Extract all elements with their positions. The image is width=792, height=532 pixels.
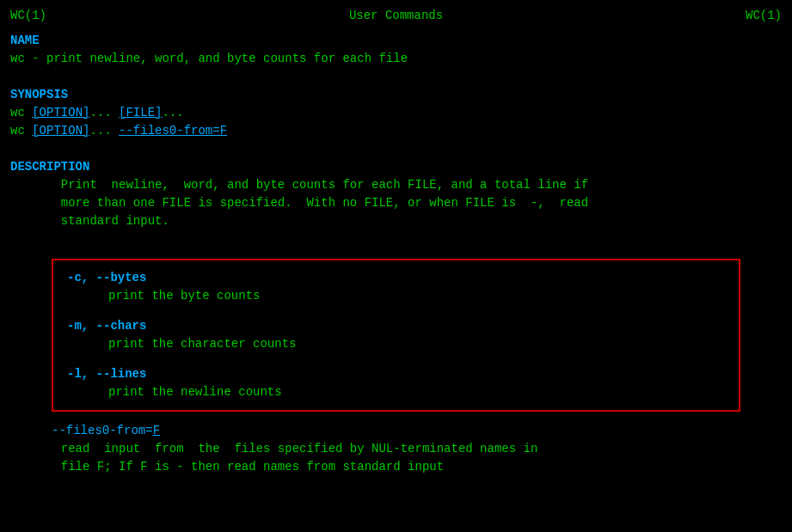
option-chars-group: -m, --chars print the character counts [67, 317, 725, 353]
synopsis-line1-suffix: ... [162, 106, 183, 119]
option-bytes-flags: -c, --bytes [67, 269, 725, 287]
synopsis-line2: wc [OPTION]... --files0-from=F [10, 122, 782, 140]
synopsis-section: SYNOPSIS wc [OPTION]... [FILE]... wc [OP… [10, 86, 782, 140]
synopsis-line1-option: [OPTION] [32, 106, 89, 119]
synopsis-line1-mid: ... [89, 106, 119, 119]
synopsis-line2-option: [OPTION] [32, 124, 89, 138]
description-para1: Print newline, word, and byte counts for… [10, 176, 782, 230]
files0-desc1: read input from the files specified by N… [10, 440, 782, 458]
name-content: wc - print newline, word, and byte count… [10, 50, 782, 68]
synopsis-line2-mid: ... [89, 124, 119, 138]
header-center: User Commands [349, 7, 443, 25]
files0-desc2: file F; If F is - then read names from s… [10, 458, 782, 476]
option-lines-desc: print the newline counts [108, 383, 725, 401]
synopsis-line1-prefix: wc [10, 106, 32, 119]
header-right: WC(1) [746, 7, 782, 25]
option-lines-flags: -l, --lines [67, 365, 725, 383]
files0-option: --files0-from=F [10, 422, 782, 440]
synopsis-line1: wc [OPTION]... [FILE]... [10, 104, 782, 122]
files0-flag: --files0-from= [52, 424, 153, 437]
option-chars-flags: -m, --chars [67, 317, 725, 335]
synopsis-label: SYNOPSIS [10, 86, 782, 104]
option-lines-group: -l, --lines print the newline counts [67, 365, 725, 401]
name-label: NAME [10, 32, 782, 50]
option-bytes-desc: print the byte counts [108, 287, 725, 305]
files0-flag-f: F [153, 424, 160, 437]
synopsis-line1-file: [FILE] [119, 106, 162, 119]
header-left: WC(1) [10, 7, 46, 25]
synopsis-line2-link: --files0-from=F [119, 124, 227, 138]
description-section: DESCRIPTION Print newline, word, and byt… [10, 158, 782, 476]
option-bytes-group: -c, --bytes print the byte counts [67, 269, 725, 305]
synopsis-line2-prefix: wc [10, 124, 32, 138]
option-chars-desc: print the character counts [108, 335, 725, 353]
name-section: NAME wc - print newline, word, and byte … [10, 32, 782, 68]
header: WC(1) User Commands WC(1) [10, 7, 782, 25]
options-box: -c, --bytes print the byte counts -m, --… [52, 259, 740, 412]
description-label: DESCRIPTION [10, 158, 782, 176]
